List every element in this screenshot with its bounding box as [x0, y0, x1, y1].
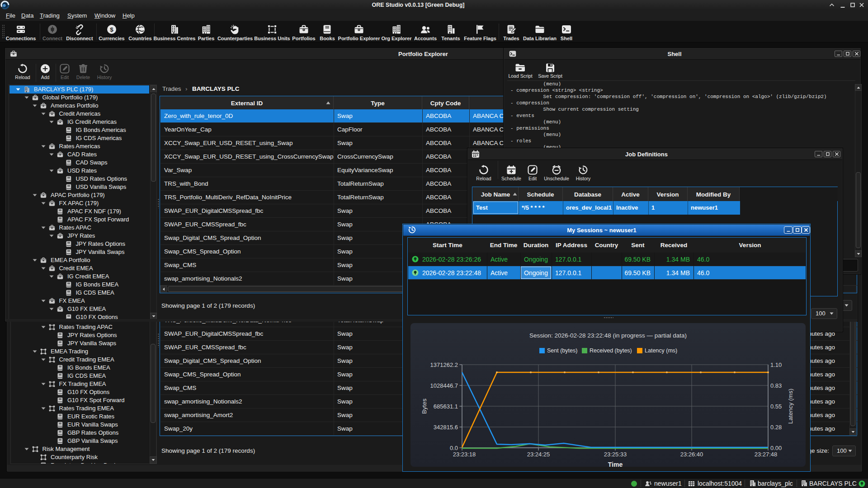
svg-text:$: $ — [110, 26, 113, 33]
